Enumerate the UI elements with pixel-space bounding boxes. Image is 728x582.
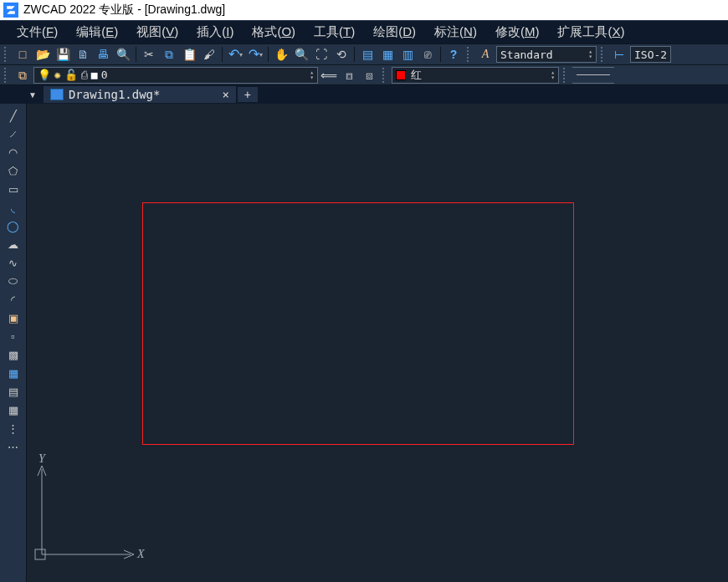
- menu-file[interactable]: 文件(F): [8, 22, 66, 43]
- open-button[interactable]: 📂: [33, 45, 52, 64]
- toolbar-grip-icon[interactable]: [4, 47, 9, 62]
- gradient-button[interactable]: ▦: [4, 365, 23, 381]
- pan-button[interactable]: ✋: [272, 45, 290, 64]
- properties-button[interactable]: ▤: [358, 45, 377, 64]
- circle-button[interactable]: ◯: [4, 217, 23, 234]
- save-button[interactable]: 💾: [54, 45, 72, 64]
- layer-prev-button[interactable]: ⟸: [320, 66, 338, 84]
- tab-menu-icon[interactable]: ▼: [28, 90, 37, 100]
- lineweight-combo[interactable]: [572, 67, 614, 84]
- color-combo[interactable]: 红 ▴▾: [392, 67, 559, 84]
- table-button[interactable]: ▦: [4, 401, 23, 418]
- polygon-button[interactable]: ⬠: [4, 162, 23, 179]
- document-tab-label: Drawing1.dwg*: [69, 88, 161, 101]
- layer-manager-icon: ⧉: [18, 69, 27, 81]
- layer-bulb-icon: 💡: [38, 69, 51, 81]
- menu-modify[interactable]: 修改(M): [487, 22, 548, 43]
- menu-edit[interactable]: 编辑(E): [68, 22, 126, 43]
- gradient-icon: ▦: [8, 367, 18, 380]
- dimstyle-combo[interactable]: ISO-2: [630, 46, 671, 63]
- document-tab[interactable]: Drawing1.dwg* ×: [44, 86, 236, 103]
- layer-color-icon: ■: [91, 69, 98, 81]
- drawing-canvas[interactable]: Y X: [27, 104, 728, 582]
- menu-dim[interactable]: 标注(N): [426, 22, 485, 43]
- menu-format[interactable]: 格式(O): [244, 22, 304, 43]
- menu-ext[interactable]: 扩展工具(X): [549, 22, 633, 43]
- menu-view[interactable]: 视图(V): [128, 22, 187, 43]
- preview-button[interactable]: 🔍: [114, 45, 132, 64]
- menu-bar: 文件(F) 编辑(E) 视图(V) 插入(I) 格式(O) 工具(T) 绘图(D…: [0, 20, 728, 43]
- layer-unhide-button[interactable]: ⧇: [360, 66, 378, 84]
- help-icon: ?: [450, 48, 458, 60]
- ellipse-button[interactable]: ⬭: [4, 273, 23, 289]
- arc2-button[interactable]: ◟: [4, 199, 23, 216]
- separator-icon: [354, 47, 355, 62]
- layer-manager-button[interactable]: ⧉: [13, 66, 32, 84]
- tool-palette-button[interactable]: ▥: [398, 45, 417, 64]
- color-name: 红: [411, 68, 422, 83]
- toolbar-grip-icon[interactable]: [4, 68, 9, 83]
- menu-draw[interactable]: 绘图(D): [365, 22, 424, 43]
- textstyle-button[interactable]: A: [476, 45, 495, 64]
- circle-icon: ◯: [7, 220, 19, 232]
- toolbar-grip-icon[interactable]: [467, 47, 472, 62]
- dimstyle-button[interactable]: ⊢: [610, 45, 628, 64]
- plot-button[interactable]: 🖶: [94, 45, 112, 64]
- hatch2-button[interactable]: ⋮: [4, 420, 23, 436]
- design-center-button[interactable]: ▦: [378, 45, 397, 64]
- block-button[interactable]: ▣: [4, 309, 23, 326]
- help-button[interactable]: ?: [444, 45, 463, 64]
- combo-caret-icon: ▴▾: [551, 70, 555, 80]
- zoom-prev-button[interactable]: ⟲: [332, 45, 351, 64]
- toolbar-grip-icon[interactable]: [563, 68, 568, 83]
- point-button[interactable]: ▫: [4, 328, 23, 345]
- cline-button[interactable]: ⟋: [4, 125, 23, 142]
- toolbar-grip-icon[interactable]: [382, 68, 387, 83]
- combo-caret-icon: ▴▾: [310, 70, 314, 80]
- cut-button[interactable]: ✂: [140, 45, 158, 64]
- match-button[interactable]: 🖌: [200, 45, 218, 64]
- layer-iso-button[interactable]: ⧈: [340, 66, 358, 84]
- window-title: ZWCAD 2022 专业版 - [Drawing1.dwg]: [23, 3, 225, 18]
- layer-toolbar: ⧉ 💡 ✺ 🔓 ⎙ ■ 0 ▴▾ ⟸ ⧈ ⧇ 红 ▴▾: [0, 65, 728, 85]
- menu-insert[interactable]: 插入(I): [188, 22, 242, 43]
- region-button[interactable]: ▤: [4, 383, 23, 400]
- revcloud-button[interactable]: ☁: [4, 236, 23, 253]
- new-button[interactable]: □: [13, 45, 32, 64]
- clean-icon: ⎚: [424, 48, 431, 60]
- more-button[interactable]: ⋯: [4, 438, 23, 455]
- new-icon: □: [19, 48, 26, 60]
- rectangle-button[interactable]: ▭: [4, 181, 23, 197]
- new-tab-button[interactable]: +: [238, 87, 258, 102]
- paste-icon: 📋: [182, 48, 197, 60]
- main-area: ╱ ⟋ ◠ ⬠ ▭ ◟ ◯ ☁ ∿ ⬭ ◜ ▣ ▫ ▩ ▦ ▤ ▦ ⋮ ⋯ Y …: [0, 104, 728, 582]
- region-icon: ▤: [8, 385, 18, 398]
- layer-combo[interactable]: 💡 ✺ 🔓 ⎙ ■ 0 ▴▾: [33, 67, 318, 84]
- tab-close-button[interactable]: ×: [222, 88, 228, 101]
- arc-button[interactable]: ◠: [4, 144, 23, 161]
- paste-button[interactable]: 📋: [180, 45, 198, 64]
- layer-unhide-icon: ⧇: [366, 69, 373, 81]
- arc2-icon: ◟: [11, 202, 15, 214]
- toolbar-grip-icon[interactable]: [601, 47, 606, 62]
- textstyle-value: Standard: [500, 48, 553, 61]
- textstyle-combo[interactable]: Standard ▴▾: [496, 46, 597, 63]
- spline-button[interactable]: ∿: [4, 254, 23, 271]
- menu-tools[interactable]: 工具(T): [305, 22, 363, 43]
- clean-button[interactable]: ⎚: [418, 45, 437, 64]
- undo-button[interactable]: ↶▾: [226, 45, 244, 64]
- zoom-window-button[interactable]: ⛶: [312, 45, 331, 64]
- standard-toolbar: □ 📂 💾 🗎 🖶 🔍 ✂ ⧉ 📋 🖌 ↶▾ ↷▾ ✋ 🔍 ⛶ ⟲ ▤ ▦ ▥ …: [0, 43, 728, 65]
- saveas-button[interactable]: 🗎: [74, 45, 92, 64]
- hatch-button[interactable]: ▩: [4, 346, 23, 363]
- zoom-realtime-button[interactable]: 🔍: [292, 45, 310, 64]
- table-icon: ▦: [8, 404, 18, 416]
- drawn-rectangle[interactable]: [142, 202, 574, 445]
- redo-button[interactable]: ↷▾: [246, 45, 264, 64]
- copy-button[interactable]: ⧉: [160, 45, 178, 64]
- line-button[interactable]: ╱: [4, 107, 23, 124]
- cut-icon: ✂: [144, 48, 154, 60]
- earc-button[interactable]: ◜: [4, 291, 23, 308]
- redo-icon: ↷: [249, 48, 259, 61]
- rectangle-icon: ▭: [8, 183, 18, 196]
